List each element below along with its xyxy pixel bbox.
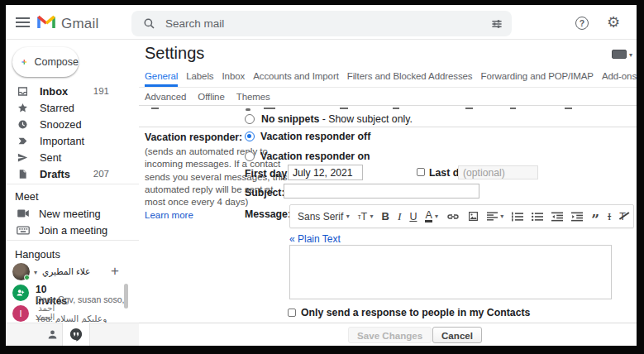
clipped-row-fragment [393,108,399,109]
hangouts-user-avatar[interactable] [12,263,30,280]
keyboard-icon [17,225,30,236]
sidebar-item-new-meeting[interactable]: New meeting [6,205,139,222]
remove-formatting-icon[interactable]: T [619,211,626,222]
tab-accounts-and-import[interactable]: Accounts and Import [253,71,339,87]
sidebar-item-sent[interactable]: Sent [6,149,139,165]
message-body-textarea[interactable] [289,245,612,299]
sidebar-item-snoozed[interactable]: Snoozed [6,116,139,132]
input-tools-icon[interactable] [612,50,627,59]
subject-input[interactable] [284,184,479,199]
gmail-window: Gmail ? ⚙ Compose Inbox 191 Starred Snoo… [6,5,637,346]
header-divider [6,39,637,40]
main-menu-icon[interactable] [16,17,30,27]
important-label: Important [40,135,84,147]
italic-icon[interactable]: I [398,210,402,223]
no-snippets-radio[interactable] [245,114,255,124]
settings-tabs-row1: General Labels Inbox Accounts and Import… [145,71,637,87]
contact-avatar: ا [12,305,29,322]
help-icon[interactable]: ? [575,17,589,30]
tab-general[interactable]: General [145,71,178,87]
contacts-only-checkbox[interactable] [288,309,296,317]
search-icon [143,17,155,30]
first-day-input[interactable] [288,165,363,180]
hangouts-user-name[interactable]: علاء المطيري [42,266,90,276]
bold-icon[interactable]: B [382,210,389,222]
strikethrough-icon[interactable]: I [608,210,611,223]
clipped-row-fragment [565,108,572,109]
section-divider [139,127,637,127]
sent-label: Sent [40,151,61,164]
cancel-button[interactable]: Cancel [432,327,482,343]
contacts-tab-icon[interactable] [46,328,59,341]
tab-filters-and-blocked-addresses[interactable]: Filters and Blocked Addresses [347,71,473,87]
compose-plus-icon [21,55,27,69]
sidebar-item-join-meeting[interactable]: Join a meeting [6,222,139,238]
add-contact-button[interactable]: + [111,263,119,280]
hangouts-tab-icon[interactable] [69,328,83,342]
tab-advanced[interactable]: Advanced [145,92,186,105]
sidebar-item-starred[interactable]: Starred [6,99,139,116]
last-day-input[interactable] [458,165,538,179]
formatting-toolbar: Sans Serif ▾ тT ▾ B I U A ▾ ▾ ” I T [289,204,634,228]
clipped-row-fragment [465,108,473,109]
chevron-down-icon[interactable]: ▾ [34,269,37,276]
draft-file-icon [17,168,29,180]
font-family-selector[interactable]: Sans Serif ▾ [298,211,350,222]
message-label: Message: [245,208,291,220]
drafts-label: Drafts [40,168,70,180]
compose-button[interactable]: Compose [12,47,79,77]
plain-text-link[interactable]: « Plain Text [289,233,341,245]
underline-icon[interactable]: U [409,211,417,222]
quote-icon[interactable]: ” [591,215,599,223]
footer-divider [139,323,637,323]
hangouts-section-title: Hangouts [15,248,60,261]
send-icon [17,151,29,164]
hangouts-divider [6,240,139,241]
tab-forwarding-and-pop-imap[interactable]: Forwarding and POP/IMAP [481,71,594,87]
inbox-icon [17,85,29,98]
font-size-selector[interactable]: тT ▾ [358,211,374,222]
contacts-only-label: Only send a response to people in my Con… [301,307,530,318]
snoozed-label: Snoozed [40,118,82,131]
learn-more-link[interactable]: Learn more [145,209,193,222]
inbox-label: Inbox [40,85,68,98]
sidebar-item-drafts[interactable]: Drafts 207 [6,165,139,182]
clipped-row-fragment [510,108,516,109]
vacation-responder-on-label: Vacation responder on [260,151,370,162]
tab-add-ons[interactable]: Add-ons [602,71,637,87]
vacation-responder-off-radio[interactable] [245,132,255,141]
search-options-icon[interactable] [490,17,503,31]
vacation-responder-on-radio[interactable] [245,151,255,161]
presence-dot-icon [24,275,30,280]
input-tools-caret-icon[interactable]: ▾ [629,51,632,59]
tab-labels[interactable]: Labels [186,71,213,87]
align-selector[interactable]: ▾ [487,211,503,222]
last-day-checkbox[interactable] [417,168,425,176]
star-icon [17,102,29,114]
tab-offline[interactable]: Offline [198,92,224,105]
important-marker-icon [17,135,29,147]
hangouts-scrollbar[interactable] [124,284,128,309]
no-snippets-label: No snippets [261,113,319,125]
meet-divider [6,184,139,184]
insert-link-icon[interactable] [446,213,460,221]
clipped-row-fragment [340,108,348,109]
sidebar-item-important[interactable]: Important [6,132,139,149]
search-input[interactable] [165,17,490,30]
indent-less-icon[interactable] [551,212,563,222]
numbered-list-icon[interactable] [512,212,523,222]
save-changes-button[interactable]: Save Changes [348,327,432,343]
search-bar[interactable] [131,11,512,36]
tab-inbox[interactable]: Inbox [222,71,246,87]
sidebar-item-inbox[interactable]: Inbox 191 [6,83,139,99]
text-color-selector[interactable]: A ▾ [425,211,438,222]
no-snippets-description: - Show subject only. [319,113,413,125]
insert-photo-icon[interactable] [468,211,479,222]
clock-icon [17,118,29,131]
settings-gear-icon[interactable]: ⚙ [607,15,620,30]
vacation-responder-off-label: Vacation responder off [260,131,370,142]
bulleted-list-icon[interactable] [532,212,543,222]
settings-tabs-row2: Advanced Offline Themes [145,92,270,105]
tab-themes[interactable]: Themes [236,92,270,105]
indent-more-icon[interactable] [571,212,583,222]
